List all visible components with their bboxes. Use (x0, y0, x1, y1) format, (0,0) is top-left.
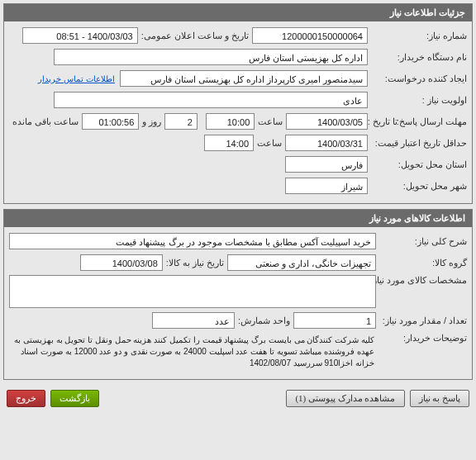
attachments-button[interactable]: مشاهده مدارک پیوستی (1) (286, 390, 404, 407)
panel1-header: جزئیات اطلاعات نیاز (4, 4, 472, 21)
panel2-body: شرح کلی نیاز: خرید اسپیلیت آکس مطابق با … (4, 227, 472, 379)
requester-field: سیدمنصور امیری کارپرداز اداره کل بهزیستی… (120, 70, 368, 87)
row-requester: ایجاد کننده درخواست: سیدمنصور امیری کارپ… (9, 69, 467, 88)
requester-label: ایجاد کننده درخواست: (368, 74, 467, 84)
public-datetime-label: تاریخ و ساعت اعلان عمومی: (138, 31, 252, 41)
desc-field: خرید اسپیلیت آکس مطابق با مشخصات موجود د… (9, 233, 376, 249)
days-label: روز و (139, 116, 164, 127)
priority-label: اولویت نیاز : (368, 95, 467, 106)
min-validity-date-field: 1400/03/31 (285, 135, 368, 151)
row-province: استان محل تحویل: فارس (9, 155, 467, 173)
row-validity: حداقل تاریخ اعتبار قیمت: 1400/03/31 ساعت… (9, 134, 467, 152)
row-specs: مشخصات کالای مورد نیاز: (9, 275, 467, 308)
button-bar: پاسخ به نیاز مشاهده مدارک پیوستی (1) باز… (3, 385, 473, 412)
specs-label: مشخصات کالای مورد نیاز: (376, 275, 467, 286)
specs-field[interactable] (9, 275, 376, 308)
notes-field: کلیه شرکت کنندگان می بایست برگ پیشنهاد ق… (9, 333, 376, 371)
goods-info-panel: اطلاعات کالاهای مورد نیاز شرح کلی نیاز: … (3, 209, 473, 380)
row-priority: اولویت نیاز : عادی (9, 91, 467, 109)
panel2-header: اطلاعات کالاهای مورد نیاز (4, 210, 472, 227)
deadline-label: مهلت ارسال پاسخ: (401, 116, 467, 127)
buyer-name-label: نام دستگاه خریدار: (368, 52, 467, 63)
qty-label: تعداد / مقدار مورد نیاز: (376, 315, 467, 326)
min-validity-time-field: 14:00 (204, 135, 254, 151)
qty-field: 1 (293, 312, 376, 329)
to-date-label: تا تاریخ : (368, 116, 401, 127)
row-buyer: نام دستگاه خریدار: اداره کل بهزیستی استا… (9, 48, 467, 66)
needed-by-field: 1400/03/08 (80, 254, 163, 271)
time-label-1: ساعت (255, 116, 286, 127)
province-label: استان محل تحویل: (368, 159, 467, 170)
unit-label: واحد شمارش: (235, 315, 293, 326)
row-request-number: شماره نیاز: 1200000150000064 تاریخ و ساع… (9, 26, 467, 45)
main-container: جزئیات اطلاعات نیاز شماره نیاز: 12000001… (0, 0, 476, 415)
deadline-time-field: 10:00 (206, 113, 255, 130)
row-desc: شرح کلی نیاز: خرید اسپیلیت آکس مطابق با … (9, 232, 467, 250)
notes-label: توضیحات خریدار: (376, 333, 467, 344)
desc-label: شرح کلی نیاز: (376, 236, 467, 247)
row-notes: توضیحات خریدار: کلیه شرکت کنندگان می بای… (9, 333, 467, 371)
panel1-body: شماره نیاز: 1200000150000064 تاریخ و ساع… (4, 21, 472, 203)
row-deadline: مهلت ارسال پاسخ: تا تاریخ : 1400/03/05 س… (9, 112, 467, 130)
deadline-date-field: 1400/03/05 (286, 113, 368, 130)
buyer-contact-link[interactable]: اطلاعات تماس خریدار (38, 74, 115, 83)
reply-button[interactable]: پاسخ به نیاز (410, 390, 470, 407)
request-info-panel: جزئیات اطلاعات نیاز شماره نیاز: 12000001… (3, 3, 473, 204)
days-field: 2 (164, 113, 198, 130)
time-label-2: ساعت (254, 138, 285, 149)
row-group: گروه کالا: تجهیزات خانگی، اداری و صنعتی … (9, 254, 467, 272)
priority-field: عادی (54, 92, 368, 108)
unit-field: عدد (152, 312, 235, 329)
remaining-time-field: 01:00:56 (82, 113, 139, 130)
row-city: شهر محل تحویل: شیراز (9, 177, 467, 195)
row-qty: تعداد / مقدار مورد نیاز: 1 واحد شمارش: ع… (9, 311, 467, 330)
public-datetime-field: 1400/03/03 - 08:51 (22, 27, 138, 44)
city-label: شهر محل تحویل: (368, 181, 467, 192)
min-validity-label: حداقل تاریخ اعتبار قیمت: (368, 138, 467, 149)
remaining-label: ساعت باقی مانده (9, 116, 82, 127)
group-label: گروه کالا: (376, 258, 467, 268)
exit-button[interactable]: خروج (7, 390, 45, 407)
group-field: تجهیزات خانگی، اداری و صنعتی (227, 254, 376, 271)
request-number-field: 1200000150000064 (252, 27, 368, 44)
needed-by-label: تاریخ نیاز به کالا: (163, 258, 227, 268)
city-field: شیراز (285, 178, 368, 194)
back-button[interactable]: بازگشت (50, 390, 99, 407)
request-number-label: شماره نیاز: (368, 31, 467, 41)
province-field: فارس (285, 156, 368, 173)
buyer-name-field: اداره کل بهزیستی استان فارس (54, 49, 368, 65)
